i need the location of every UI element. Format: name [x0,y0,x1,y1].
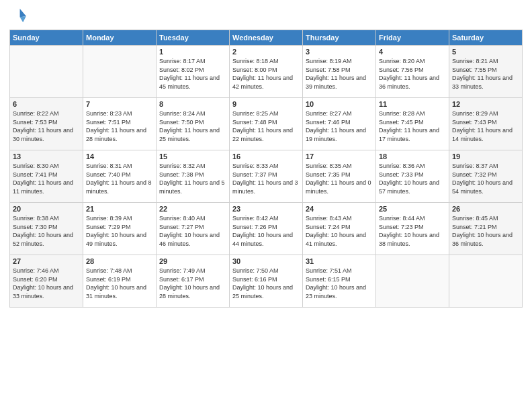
day-info: Sunrise: 8:17 AM Sunset: 8:02 PM Dayligh… [159,57,226,91]
day-number: 27 [13,257,80,265]
day-number: 16 [232,152,300,161]
day-info: Sunrise: 8:45 AM Sunset: 7:21 PM Dayligh… [452,214,519,248]
calendar-cell: 5Sunrise: 8:21 AM Sunset: 7:55 PM Daylig… [449,46,523,98]
day-number: 17 [306,152,373,161]
day-info: Sunrise: 8:32 AM Sunset: 7:38 PM Dayligh… [159,162,226,195]
day-number: 8 [159,100,226,108]
day-header-tuesday: Tuesday [157,30,230,46]
day-number: 25 [379,205,446,213]
day-number: 1 [159,48,226,56]
day-info: Sunrise: 8:35 AM Sunset: 7:35 PM Dayligh… [306,162,373,195]
day-header-friday: Friday [376,30,449,46]
day-info: Sunrise: 8:33 AM Sunset: 7:37 PM Dayligh… [232,162,300,195]
day-info: Sunrise: 8:44 AM Sunset: 7:23 PM Dayligh… [379,214,446,248]
calendar-cell: 21Sunrise: 8:39 AM Sunset: 7:29 PM Dayli… [83,203,157,255]
calendar-cell: 27Sunrise: 7:46 AM Sunset: 6:20 PM Dayli… [10,255,83,308]
day-number: 21 [86,205,153,213]
day-info: Sunrise: 8:24 AM Sunset: 7:50 PM Dayligh… [159,109,226,143]
day-number: 23 [232,205,300,213]
header-row: SundayMondayTuesdayWednesdayThursdayFrid… [10,30,523,46]
calendar-cell: 10Sunrise: 8:27 AM Sunset: 7:46 PM Dayli… [303,98,376,150]
header [9,7,523,26]
day-number: 30 [232,257,300,265]
day-number: 29 [159,257,226,265]
day-info: Sunrise: 8:21 AM Sunset: 7:55 PM Dayligh… [452,57,519,91]
calendar-cell: 6Sunrise: 8:22 AM Sunset: 7:53 PM Daylig… [10,98,83,150]
day-number: 24 [306,205,373,213]
day-number: 22 [159,205,226,213]
day-info: Sunrise: 8:29 AM Sunset: 7:43 PM Dayligh… [452,109,519,143]
day-number: 11 [379,100,446,108]
calendar-cell: 26Sunrise: 8:45 AM Sunset: 7:21 PM Dayli… [449,203,523,255]
day-info: Sunrise: 7:50 AM Sunset: 6:16 PM Dayligh… [232,267,300,300]
day-info: Sunrise: 7:48 AM Sunset: 6:19 PM Dayligh… [86,267,153,300]
calendar-cell: 7Sunrise: 8:23 AM Sunset: 7:51 PM Daylig… [83,98,157,150]
week-row-3: 13Sunrise: 8:30 AM Sunset: 7:41 PM Dayli… [10,150,523,203]
calendar-cell: 3Sunrise: 8:19 AM Sunset: 7:58 PM Daylig… [303,46,376,98]
day-number: 15 [159,152,226,161]
day-number: 4 [379,48,446,56]
week-row-5: 27Sunrise: 7:46 AM Sunset: 6:20 PM Dayli… [10,255,523,308]
day-number: 10 [306,100,373,108]
day-info: Sunrise: 8:39 AM Sunset: 7:29 PM Dayligh… [86,214,153,248]
calendar-cell: 11Sunrise: 8:28 AM Sunset: 7:45 PM Dayli… [376,98,449,150]
day-info: Sunrise: 7:46 AM Sunset: 6:20 PM Dayligh… [13,267,80,300]
day-header-monday: Monday [83,30,157,46]
day-info: Sunrise: 8:19 AM Sunset: 7:58 PM Dayligh… [306,57,373,91]
calendar-cell: 29Sunrise: 7:49 AM Sunset: 6:17 PM Dayli… [157,255,230,308]
day-number: 6 [13,100,80,108]
day-number: 28 [86,257,153,265]
calendar-cell: 25Sunrise: 8:44 AM Sunset: 7:23 PM Dayli… [376,203,449,255]
day-info: Sunrise: 8:43 AM Sunset: 7:24 PM Dayligh… [306,214,373,248]
calendar-cell: 30Sunrise: 7:50 AM Sunset: 6:16 PM Dayli… [230,255,303,308]
calendar-cell [376,255,449,308]
day-info: Sunrise: 8:37 AM Sunset: 7:32 PM Dayligh… [452,162,519,195]
calendar-cell: 8Sunrise: 8:24 AM Sunset: 7:50 PM Daylig… [157,98,230,150]
day-number: 31 [306,257,373,265]
calendar-cell [449,255,523,308]
calendar-cell: 13Sunrise: 8:30 AM Sunset: 7:41 PM Dayli… [10,150,83,203]
logo-icon [9,7,28,26]
day-number: 2 [232,48,300,56]
calendar-cell: 15Sunrise: 8:32 AM Sunset: 7:38 PM Dayli… [157,150,230,203]
calendar-cell: 24Sunrise: 8:43 AM Sunset: 7:24 PM Dayli… [303,203,376,255]
day-info: Sunrise: 8:25 AM Sunset: 7:48 PM Dayligh… [232,109,300,143]
day-number: 13 [13,152,80,161]
day-number: 9 [232,100,300,108]
day-info: Sunrise: 8:20 AM Sunset: 7:56 PM Dayligh… [379,57,446,91]
day-number: 14 [86,152,153,161]
day-number: 20 [13,205,80,213]
day-info: Sunrise: 8:42 AM Sunset: 7:26 PM Dayligh… [232,214,300,248]
page-container: SundayMondayTuesdayWednesdayThursdayFrid… [0,0,532,314]
svg-marker-0 [20,9,26,17]
day-info: Sunrise: 8:22 AM Sunset: 7:53 PM Dayligh… [13,109,80,143]
day-number: 26 [452,205,519,213]
day-info: Sunrise: 8:40 AM Sunset: 7:27 PM Dayligh… [159,214,226,248]
day-info: Sunrise: 8:18 AM Sunset: 8:00 PM Dayligh… [232,57,300,91]
calendar-cell: 20Sunrise: 8:38 AM Sunset: 7:30 PM Dayli… [10,203,83,255]
week-row-2: 6Sunrise: 8:22 AM Sunset: 7:53 PM Daylig… [10,98,523,150]
day-info: Sunrise: 8:23 AM Sunset: 7:51 PM Dayligh… [86,109,153,143]
calendar-cell: 28Sunrise: 7:48 AM Sunset: 6:19 PM Dayli… [83,255,157,308]
calendar-cell: 9Sunrise: 8:25 AM Sunset: 7:48 PM Daylig… [230,98,303,150]
day-number: 18 [379,152,446,161]
calendar-cell: 19Sunrise: 8:37 AM Sunset: 7:32 PM Dayli… [449,150,523,203]
calendar-cell: 23Sunrise: 8:42 AM Sunset: 7:26 PM Dayli… [230,203,303,255]
calendar-cell: 16Sunrise: 8:33 AM Sunset: 7:37 PM Dayli… [230,150,303,203]
calendar-cell [10,46,83,98]
calendar-cell: 12Sunrise: 8:29 AM Sunset: 7:43 PM Dayli… [449,98,523,150]
calendar-cell: 18Sunrise: 8:36 AM Sunset: 7:33 PM Dayli… [376,150,449,203]
day-info: Sunrise: 8:30 AM Sunset: 7:41 PM Dayligh… [13,162,80,195]
calendar-cell [83,46,157,98]
calendar-cell: 22Sunrise: 8:40 AM Sunset: 7:27 PM Dayli… [157,203,230,255]
day-info: Sunrise: 8:27 AM Sunset: 7:46 PM Dayligh… [306,109,373,143]
day-header-thursday: Thursday [303,30,376,46]
calendar-cell: 4Sunrise: 8:20 AM Sunset: 7:56 PM Daylig… [376,46,449,98]
calendar-cell: 17Sunrise: 8:35 AM Sunset: 7:35 PM Dayli… [303,150,376,203]
svg-marker-1 [20,16,26,22]
calendar-cell: 1Sunrise: 8:17 AM Sunset: 8:02 PM Daylig… [157,46,230,98]
day-info: Sunrise: 8:31 AM Sunset: 7:40 PM Dayligh… [86,162,153,195]
calendar-table: SundayMondayTuesdayWednesdayThursdayFrid… [9,30,523,308]
day-header-wednesday: Wednesday [230,30,303,46]
logo [9,7,31,26]
